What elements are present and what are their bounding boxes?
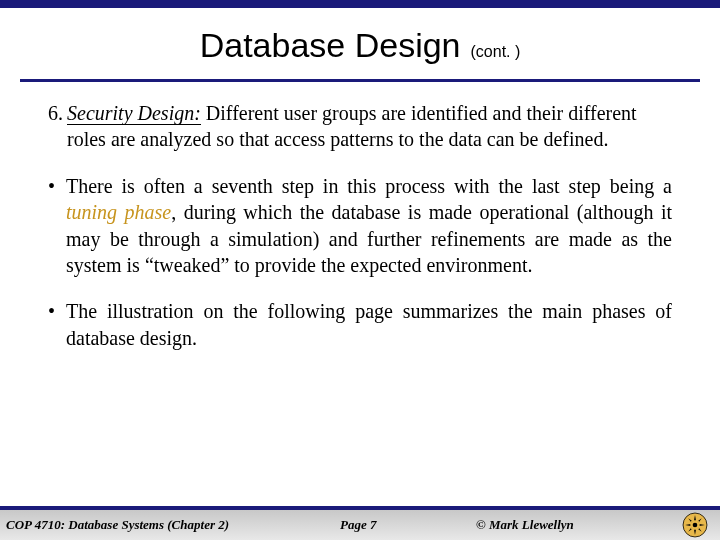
slide-title-cont: (cont. ) (471, 43, 521, 60)
footer-copyright: © Mark Llewellyn (476, 517, 574, 533)
bullet-2-text: The illustration on the following page s… (66, 298, 672, 351)
bullet-dot: • (48, 173, 66, 279)
top-accent-bar (0, 0, 720, 8)
tuning-phase-em: tuning phase (66, 201, 171, 223)
bullet-2: • The illustration on the following page… (48, 298, 672, 351)
bullet-1-text: There is often a seventh step in this pr… (66, 173, 672, 279)
numbered-item-6: 6. Security Design: Different user group… (48, 100, 672, 153)
bullet1-pre: There is often a seventh step in this pr… (66, 175, 672, 197)
footer-course: COP 4710: Database Systems (Chapter 2) (6, 517, 229, 533)
security-design-label: Security Design: (67, 102, 201, 125)
ucf-logo-icon (682, 512, 708, 538)
bullet-list: • There is often a seventh step in this … (48, 173, 672, 351)
content-area: 6. Security Design: Different user group… (0, 82, 720, 506)
item-number: 6. (48, 100, 63, 153)
bullet-dot: • (48, 298, 66, 351)
slide-title: Database Design (200, 26, 461, 64)
slide: Database Design (cont. ) 6. Security Des… (0, 0, 720, 540)
footer-bar: COP 4710: Database Systems (Chapter 2) P… (0, 506, 720, 540)
item-body: Security Design: Different user groups a… (67, 100, 672, 153)
footer-page: Page 7 (340, 517, 376, 533)
title-area: Database Design (cont. ) (20, 8, 700, 82)
bullet-1: • There is often a seventh step in this … (48, 173, 672, 279)
svg-point-1 (693, 523, 698, 528)
